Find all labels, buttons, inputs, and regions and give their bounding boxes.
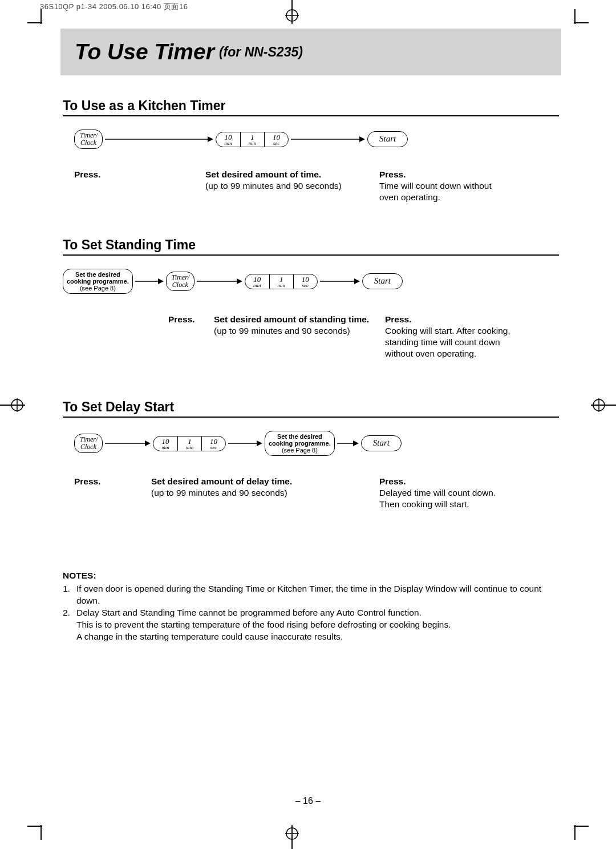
- caption-set-time: Set desired amount of delay time.(up to …: [151, 476, 322, 499]
- cell-num: 10: [202, 438, 225, 445]
- note-text: If oven door is opened during the Standi…: [76, 583, 559, 607]
- arrow-icon: [105, 440, 151, 447]
- timer-clock-label: Timer/ Clock: [172, 273, 189, 289]
- section3-captions: Press. Set desired amount of delay time.…: [63, 476, 559, 533]
- cooking-programme-button: Set the desired cooking programme.(see P…: [265, 431, 335, 456]
- time-selector: 10min 1min 10sec: [245, 274, 318, 289]
- cell-num: 10: [216, 134, 240, 141]
- prog-bold: Set the desired cooking programme.: [67, 271, 129, 285]
- section3-flow: Timer/ Clock 10min 1min 10sec Set the de…: [63, 435, 559, 469]
- arrow-icon: [135, 278, 164, 285]
- arrow-icon: [105, 136, 213, 143]
- timer-clock-button: Timer/ Clock: [74, 130, 103, 148]
- timer-clock-button: Timer/ Clock: [74, 434, 103, 452]
- svg-marker-25: [158, 278, 164, 284]
- arrow-icon: [197, 278, 242, 285]
- cell-unit: sec: [202, 445, 225, 450]
- arrow-icon: [320, 278, 360, 285]
- svg-marker-27: [237, 278, 242, 284]
- caption-press-start: Press.Time will count down without oven …: [379, 169, 510, 203]
- arrow-icon: [291, 136, 365, 143]
- section3-title: To Set Delay Start: [63, 399, 559, 418]
- title-sub: (for NN-S235): [219, 45, 303, 60]
- page-number: – 16 –: [0, 796, 616, 806]
- content-area: To Use Timer (for NN-S235) To Use as a K…: [63, 26, 559, 643]
- cell-num: 1: [178, 438, 201, 445]
- timer-clock-label: Timer/ Clock: [80, 435, 98, 451]
- cell-unit: sec: [294, 283, 317, 288]
- timer-clock-button: Timer/ Clock: [166, 272, 194, 290]
- section2-captions: Press. Set desired amount of standing ti…: [63, 314, 559, 377]
- cell-num: 10: [245, 276, 269, 283]
- cell-unit: min: [153, 445, 177, 450]
- note-text: Delay Start and Standing Time cannot be …: [76, 607, 451, 643]
- page-sheet: 36S10QP p1-34 2005.06.10 16:40 页面16 To U…: [0, 0, 616, 849]
- cell-unit: sec: [265, 141, 288, 146]
- cell-unit: min: [216, 141, 240, 146]
- crop-tl-icon: [27, 9, 42, 24]
- cell-unit: min: [270, 283, 293, 288]
- caption-set-time: Set desired amount of standing time.(up …: [214, 314, 385, 337]
- crop-br-icon: [574, 825, 589, 840]
- svg-marker-23: [359, 136, 365, 142]
- cell-unit: min: [241, 141, 264, 146]
- timer-clock-label: Timer/ Clock: [80, 131, 98, 147]
- title-banner: To Use Timer (for NN-S235): [60, 29, 561, 75]
- cell-num: 10: [294, 276, 317, 283]
- reg-left-icon: [0, 394, 25, 417]
- caption-press: Press.: [168, 314, 195, 325]
- section1-title: To Use as a Kitchen Timer: [63, 98, 559, 116]
- cell-unit: min: [178, 445, 201, 450]
- notes-title: NOTES:: [63, 570, 559, 582]
- prog-bold: Set the desired cooking programme.: [269, 433, 331, 447]
- time-selector: 10min 1min 10sec: [153, 436, 226, 451]
- cell-num: 1: [241, 134, 264, 141]
- time-selector: 10min 1min 10sec: [216, 132, 289, 147]
- section1-flow: Timer/ Clock 10min 1min 10sec Start: [63, 131, 559, 162]
- notes-block: NOTES: 1. If oven door is opened during …: [63, 570, 559, 643]
- note-number: 1.: [63, 583, 76, 607]
- svg-marker-31: [145, 440, 151, 446]
- cell-num: 10: [265, 134, 288, 141]
- crop-bl-icon: [27, 825, 42, 840]
- cell-num: 1: [270, 276, 293, 283]
- title-main: To Use Timer: [75, 39, 214, 64]
- note-number: 2.: [63, 607, 76, 643]
- caption-press: Press.: [74, 169, 101, 180]
- caption-press-start: Press.Delayed time will count down. Then…: [379, 476, 510, 510]
- cell-num: 10: [153, 438, 177, 445]
- reg-bot-icon: [281, 825, 303, 849]
- start-button: Start: [361, 435, 402, 451]
- reg-right-icon: [591, 394, 616, 417]
- start-button: Start: [362, 273, 403, 289]
- caption-press: Press.: [74, 476, 101, 487]
- svg-marker-29: [354, 278, 360, 284]
- prog-sub: (see Page 8): [80, 285, 116, 292]
- section1-captions: Press. Set desired amount of time.(up to…: [63, 169, 559, 215]
- svg-marker-35: [353, 440, 359, 446]
- reg-top-icon: [281, 0, 303, 24]
- svg-marker-21: [208, 136, 213, 142]
- arrow-icon: [337, 440, 359, 447]
- print-header: 36S10QP p1-34 2005.06.10 16:40 页面16: [40, 2, 188, 12]
- caption-press-start: Press.Cooking will start. After cooking,…: [385, 314, 510, 360]
- prog-sub: (see Page 8): [282, 447, 318, 454]
- section2-title: To Set Standing Time: [63, 237, 559, 256]
- arrow-icon: [228, 440, 262, 447]
- caption-set-time: Set desired amount of time.(up to 99 min…: [205, 169, 371, 192]
- note-item: 2. Delay Start and Standing Time cannot …: [63, 607, 559, 643]
- cell-unit: min: [245, 283, 269, 288]
- cooking-programme-button: Set the desired cooking programme.(see P…: [63, 269, 133, 294]
- section2-flow: Set the desired cooking programme.(see P…: [63, 273, 559, 307]
- crop-tr-icon: [574, 9, 589, 24]
- note-item: 1. If oven door is opened during the Sta…: [63, 583, 559, 607]
- start-button: Start: [367, 131, 408, 147]
- svg-marker-33: [257, 440, 262, 446]
